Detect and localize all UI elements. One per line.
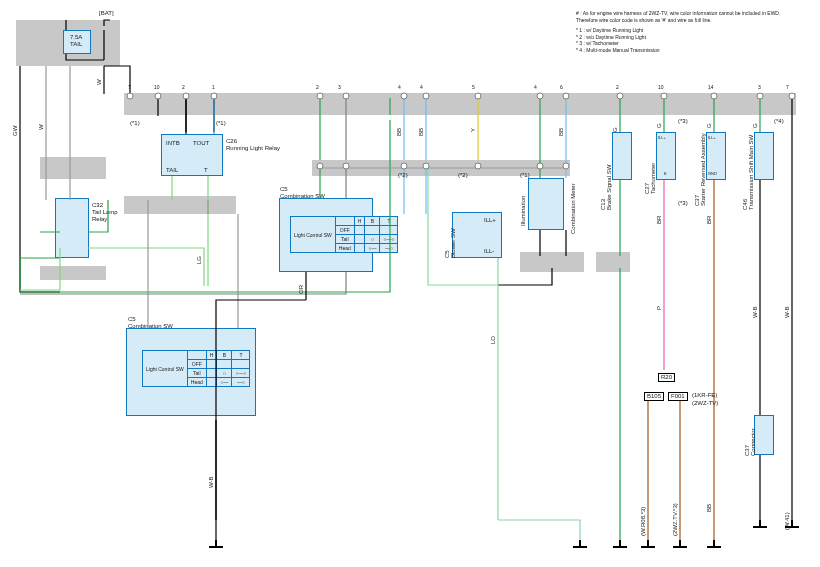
wl-w1: W [38, 120, 44, 130]
kr-fe: (1KR-FE) [692, 392, 717, 399]
wl-g: G [612, 122, 618, 132]
svg-point-16 [317, 163, 323, 169]
svg-point-14 [757, 93, 763, 99]
svg-point-22 [563, 163, 569, 169]
svg-point-7 [423, 93, 429, 99]
svg-point-1 [155, 93, 161, 99]
star2b: (*2) [458, 172, 468, 179]
ground-7 [753, 520, 767, 534]
svg-point-11 [617, 93, 623, 99]
bot-a: (W.R08.*3) [640, 490, 646, 536]
ground-5 [673, 540, 687, 554]
star1c: (*1) [520, 172, 530, 179]
ground-6 [707, 540, 721, 554]
svg-point-20 [475, 163, 481, 169]
star3b: (*3) [678, 200, 688, 207]
wl-or: OR [298, 280, 304, 294]
star4a: (*4) [774, 118, 784, 125]
wl-wb3: W-B [784, 300, 790, 318]
svg-point-18 [401, 163, 407, 169]
svg-point-19 [423, 163, 429, 169]
svg-point-21 [537, 163, 543, 169]
ground-4 [641, 540, 655, 554]
star1b: (*1) [216, 120, 226, 127]
ground-2 [573, 540, 587, 554]
bot-c: (2WZ.TV.*3) [672, 490, 678, 536]
wl-g4: G [752, 118, 758, 128]
svg-point-6 [401, 93, 407, 99]
wl-p: P [656, 300, 662, 310]
wl-lo: LO [490, 330, 496, 344]
svg-point-2 [183, 93, 189, 99]
wl-br2: BR [656, 210, 662, 224]
note-4: * 4 : Multi-mode Manual Transmission [576, 47, 801, 54]
wl-bb3: BB [558, 122, 564, 136]
ground-1 [209, 540, 223, 554]
svg-point-13 [711, 93, 717, 99]
star3a: (*3) [678, 118, 688, 125]
svg-point-15 [789, 93, 795, 99]
wl-bb2: BB [418, 122, 424, 136]
svg-point-5 [343, 93, 349, 99]
wl-w2: W [96, 75, 102, 85]
svg-point-10 [563, 93, 569, 99]
svg-point-12 [661, 93, 667, 99]
wl-g3: G [706, 118, 712, 128]
wl-gw: GW [12, 120, 18, 136]
star2a: (*2) [398, 172, 408, 179]
bot-bb1: BB [706, 498, 712, 512]
f001-box: F001 [668, 392, 688, 401]
wl-wb2: W-B [208, 470, 214, 488]
notes-block: # : As for engine wire harness of 2WZ-TV… [576, 10, 801, 53]
svg-point-17 [343, 163, 349, 169]
svg-point-0 [127, 93, 133, 99]
b105-box: B105 [644, 392, 664, 401]
svg-point-3 [211, 93, 217, 99]
wl-br: BR [706, 210, 712, 224]
wiring-svg [0, 0, 820, 567]
wl-wb: W-B [752, 300, 758, 318]
wl-bb: BB [396, 122, 402, 136]
svg-point-8 [475, 93, 481, 99]
notes-header: # : As for engine wire harness of 2WZ-TV… [576, 10, 801, 23]
ground-3 [613, 540, 627, 554]
wl-y: Y [470, 122, 476, 132]
rm-box: R20 [658, 373, 675, 382]
svg-point-4 [317, 93, 323, 99]
star1a: (*1) [130, 120, 140, 127]
wl-lg: LG [196, 250, 202, 264]
ground-8 [785, 520, 799, 534]
wl-g2: G [656, 118, 662, 128]
wz-tv: (2WZ-TV) [692, 400, 718, 407]
svg-point-9 [537, 93, 543, 99]
